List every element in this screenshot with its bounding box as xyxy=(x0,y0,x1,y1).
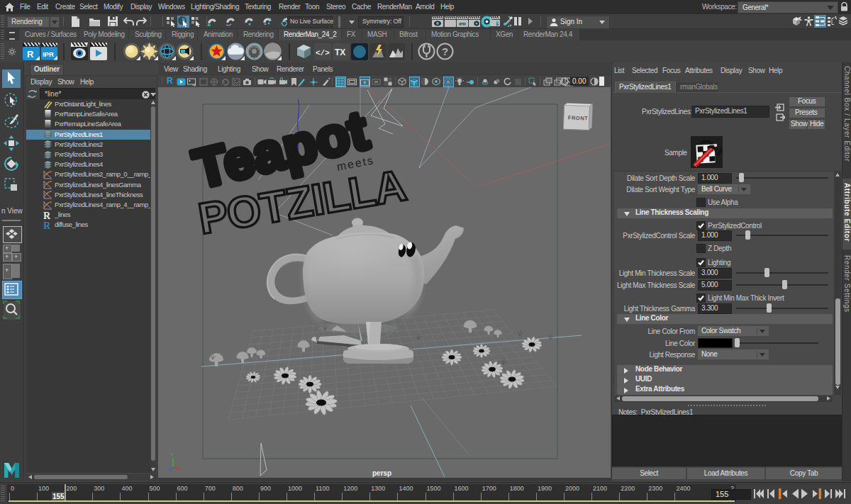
svg-text:TX: TX xyxy=(335,47,345,57)
svg-text:IPR: IPR xyxy=(459,22,467,26)
svg-text:?: ? xyxy=(442,45,448,57)
svg-text:R: R xyxy=(27,49,34,60)
svg-text:R: R xyxy=(43,220,51,230)
svg-text:persp: persp xyxy=(372,469,391,477)
svg-text:IPR: IPR xyxy=(43,50,54,58)
svg-text:Y: Y xyxy=(170,452,174,457)
svg-text:</>: </> xyxy=(316,49,330,57)
svg-text:R: R xyxy=(43,211,51,220)
svg-text:FRONT: FRONT xyxy=(568,115,589,122)
